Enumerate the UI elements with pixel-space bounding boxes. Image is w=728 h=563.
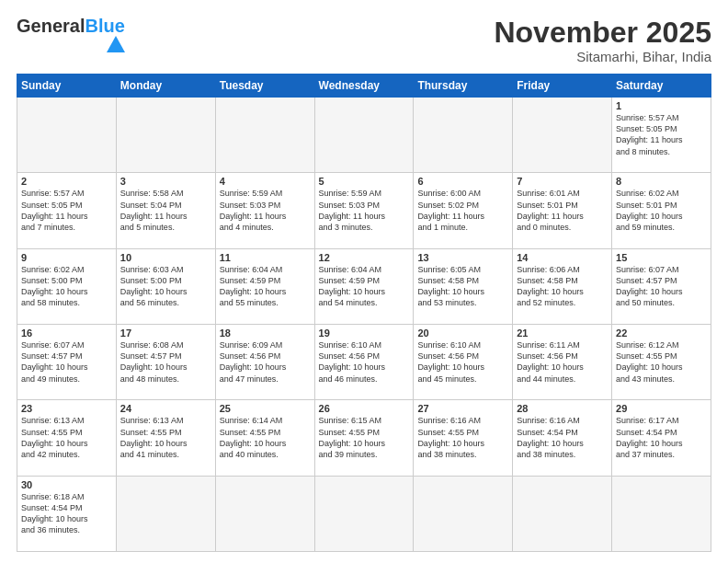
day-number: 24 xyxy=(120,403,211,414)
calendar-cell: 23Sunrise: 6:13 AM Sunset: 4:55 PM Dayli… xyxy=(17,400,117,476)
day-number: 25 xyxy=(220,403,311,414)
calendar-cell: 25Sunrise: 6:14 AM Sunset: 4:55 PM Dayli… xyxy=(215,400,314,476)
calendar-cell: 7Sunrise: 6:01 AM Sunset: 5:01 PM Daylig… xyxy=(513,173,612,248)
page: GeneralBlue November 2025 Sitamarhi, Bih… xyxy=(0,0,728,563)
calendar-cell xyxy=(314,476,414,551)
calendar-week-4: 16Sunrise: 6:07 AM Sunset: 4:57 PM Dayli… xyxy=(17,325,711,400)
calendar-cell xyxy=(215,476,314,551)
title-area: November 2025 Sitamarhi, Bihar, India xyxy=(494,17,711,64)
calendar-cell: 4Sunrise: 5:59 AM Sunset: 5:03 PM Daylig… xyxy=(215,173,314,248)
calendar-cell: 13Sunrise: 6:05 AM Sunset: 4:58 PM Dayli… xyxy=(414,248,513,324)
calendar-week-1: 1Sunrise: 5:57 AM Sunset: 5:05 PM Daylig… xyxy=(17,98,711,173)
day-info: Sunrise: 6:07 AM Sunset: 4:57 PM Dayligh… xyxy=(21,339,112,385)
calendar-week-2: 2Sunrise: 5:57 AM Sunset: 5:05 PM Daylig… xyxy=(17,173,711,248)
day-info: Sunrise: 5:58 AM Sunset: 5:04 PM Dayligh… xyxy=(120,188,211,233)
day-info: Sunrise: 6:12 AM Sunset: 4:55 PM Dayligh… xyxy=(616,339,707,385)
calendar-cell xyxy=(116,98,215,173)
calendar-header-row: SundayMondayTuesdayWednesdayThursdayFrid… xyxy=(17,75,711,98)
day-info: Sunrise: 6:09 AM Sunset: 4:56 PM Dayligh… xyxy=(220,339,311,385)
day-info: Sunrise: 6:18 AM Sunset: 4:54 PM Dayligh… xyxy=(21,491,112,536)
calendar-cell: 16Sunrise: 6:07 AM Sunset: 4:57 PM Dayli… xyxy=(17,325,117,400)
calendar-cell: 28Sunrise: 6:16 AM Sunset: 4:54 PM Dayli… xyxy=(513,400,612,476)
weekday-header-sunday: Sunday xyxy=(17,75,117,98)
calendar-week-6: 30Sunrise: 6:18 AM Sunset: 4:54 PM Dayli… xyxy=(17,476,711,551)
day-info: Sunrise: 6:06 AM Sunset: 4:58 PM Dayligh… xyxy=(517,264,608,309)
calendar-cell: 21Sunrise: 6:11 AM Sunset: 4:56 PM Dayli… xyxy=(513,325,612,400)
day-number: 5 xyxy=(319,176,410,187)
day-number: 17 xyxy=(120,327,211,339)
day-info: Sunrise: 6:08 AM Sunset: 4:57 PM Dayligh… xyxy=(120,339,211,385)
day-info: Sunrise: 6:02 AM Sunset: 5:01 PM Dayligh… xyxy=(616,188,707,233)
logo-icon xyxy=(107,36,125,52)
day-info: Sunrise: 6:07 AM Sunset: 4:57 PM Dayligh… xyxy=(616,264,707,309)
day-info: Sunrise: 6:14 AM Sunset: 4:55 PM Dayligh… xyxy=(220,415,311,460)
day-number: 16 xyxy=(21,327,112,339)
day-number: 18 xyxy=(220,327,311,339)
calendar-cell xyxy=(612,476,711,551)
day-info: Sunrise: 5:57 AM Sunset: 5:05 PM Dayligh… xyxy=(21,188,112,233)
day-info: Sunrise: 5:59 AM Sunset: 5:03 PM Dayligh… xyxy=(220,188,311,233)
day-info: Sunrise: 6:17 AM Sunset: 4:54 PM Dayligh… xyxy=(616,415,707,460)
calendar-cell xyxy=(17,98,117,173)
day-info: Sunrise: 6:05 AM Sunset: 4:58 PM Dayligh… xyxy=(417,264,508,309)
day-number: 9 xyxy=(21,252,112,263)
day-number: 21 xyxy=(517,327,608,339)
calendar-cell: 26Sunrise: 6:15 AM Sunset: 4:55 PM Dayli… xyxy=(314,400,414,476)
weekday-header-wednesday: Wednesday xyxy=(314,75,414,98)
day-info: Sunrise: 6:11 AM Sunset: 4:56 PM Dayligh… xyxy=(517,339,608,385)
day-number: 19 xyxy=(319,327,410,339)
calendar-week-3: 9Sunrise: 6:02 AM Sunset: 5:00 PM Daylig… xyxy=(17,248,711,324)
day-info: Sunrise: 5:57 AM Sunset: 5:05 PM Dayligh… xyxy=(616,112,707,157)
logo-blue: Blue xyxy=(85,16,124,36)
day-info: Sunrise: 6:03 AM Sunset: 5:00 PM Dayligh… xyxy=(120,264,211,309)
day-info: Sunrise: 6:13 AM Sunset: 4:55 PM Dayligh… xyxy=(21,415,112,460)
day-number: 3 xyxy=(120,176,211,187)
calendar-cell: 18Sunrise: 6:09 AM Sunset: 4:56 PM Dayli… xyxy=(215,325,314,400)
day-info: Sunrise: 6:00 AM Sunset: 5:02 PM Dayligh… xyxy=(417,188,508,233)
day-number: 26 xyxy=(319,403,410,414)
weekday-header-friday: Friday xyxy=(513,75,612,98)
day-number: 7 xyxy=(517,176,608,187)
calendar-cell xyxy=(513,98,612,173)
day-number: 23 xyxy=(21,403,112,414)
header: GeneralBlue November 2025 Sitamarhi, Bih… xyxy=(17,17,711,64)
day-number: 8 xyxy=(616,176,707,187)
calendar-cell: 20Sunrise: 6:10 AM Sunset: 4:56 PM Dayli… xyxy=(414,325,513,400)
day-info: Sunrise: 6:04 AM Sunset: 4:59 PM Dayligh… xyxy=(220,264,311,309)
location: Sitamarhi, Bihar, India xyxy=(494,49,711,64)
day-number: 28 xyxy=(517,403,608,414)
day-number: 20 xyxy=(417,327,508,339)
day-number: 1 xyxy=(616,100,707,111)
calendar-cell xyxy=(414,98,513,173)
weekday-header-thursday: Thursday xyxy=(414,75,513,98)
calendar-cell xyxy=(414,476,513,551)
calendar-cell: 2Sunrise: 5:57 AM Sunset: 5:05 PM Daylig… xyxy=(17,173,117,248)
calendar-week-5: 23Sunrise: 6:13 AM Sunset: 4:55 PM Dayli… xyxy=(17,400,711,476)
calendar-cell: 15Sunrise: 6:07 AM Sunset: 4:57 PM Dayli… xyxy=(612,248,711,324)
calendar-cell: 12Sunrise: 6:04 AM Sunset: 4:59 PM Dayli… xyxy=(314,248,414,324)
day-info: Sunrise: 6:01 AM Sunset: 5:01 PM Dayligh… xyxy=(517,188,608,233)
calendar-cell: 3Sunrise: 5:58 AM Sunset: 5:04 PM Daylig… xyxy=(116,173,215,248)
day-info: Sunrise: 5:59 AM Sunset: 5:03 PM Dayligh… xyxy=(319,188,410,233)
calendar-cell: 27Sunrise: 6:16 AM Sunset: 4:55 PM Dayli… xyxy=(414,400,513,476)
logo: GeneralBlue xyxy=(17,17,125,52)
day-number: 22 xyxy=(616,327,707,339)
day-number: 15 xyxy=(616,252,707,263)
day-number: 14 xyxy=(517,252,608,263)
calendar-cell: 10Sunrise: 6:03 AM Sunset: 5:00 PM Dayli… xyxy=(116,248,215,324)
day-number: 12 xyxy=(319,252,410,263)
calendar-cell: 9Sunrise: 6:02 AM Sunset: 5:00 PM Daylig… xyxy=(17,248,117,324)
calendar-cell: 6Sunrise: 6:00 AM Sunset: 5:02 PM Daylig… xyxy=(414,173,513,248)
day-info: Sunrise: 6:04 AM Sunset: 4:59 PM Dayligh… xyxy=(319,264,410,309)
calendar-cell: 29Sunrise: 6:17 AM Sunset: 4:54 PM Dayli… xyxy=(612,400,711,476)
day-number: 6 xyxy=(417,176,508,187)
weekday-header-tuesday: Tuesday xyxy=(215,75,314,98)
day-info: Sunrise: 6:13 AM Sunset: 4:55 PM Dayligh… xyxy=(120,415,211,460)
day-number: 29 xyxy=(616,403,707,414)
calendar-cell xyxy=(314,98,414,173)
day-number: 10 xyxy=(120,252,211,263)
day-number: 30 xyxy=(21,479,112,490)
calendar-cell: 14Sunrise: 6:06 AM Sunset: 4:58 PM Dayli… xyxy=(513,248,612,324)
calendar-cell: 1Sunrise: 5:57 AM Sunset: 5:05 PM Daylig… xyxy=(612,98,711,173)
day-info: Sunrise: 6:10 AM Sunset: 4:56 PM Dayligh… xyxy=(417,339,508,385)
